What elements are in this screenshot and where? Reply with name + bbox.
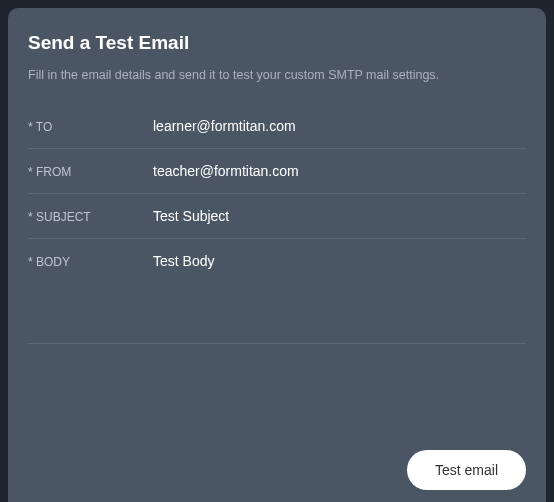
page-subtitle: Fill in the email details and send it to… (28, 68, 526, 82)
field-row-subject: * SUBJECT (28, 194, 526, 239)
test-email-button[interactable]: Test email (407, 450, 526, 490)
to-label: * TO (28, 118, 153, 134)
test-email-panel: Send a Test Email Fill in the email deta… (8, 8, 546, 502)
from-label: * FROM (28, 163, 153, 179)
body-label: * BODY (28, 253, 153, 269)
field-row-to: * TO (28, 104, 526, 149)
subject-input[interactable] (153, 208, 526, 224)
to-input[interactable] (153, 118, 526, 134)
body-input[interactable] (153, 253, 526, 273)
subject-label: * SUBJECT (28, 208, 153, 224)
field-row-body: * BODY (28, 239, 526, 344)
field-row-from: * FROM (28, 149, 526, 194)
page-title: Send a Test Email (28, 32, 526, 54)
from-input[interactable] (153, 163, 526, 179)
